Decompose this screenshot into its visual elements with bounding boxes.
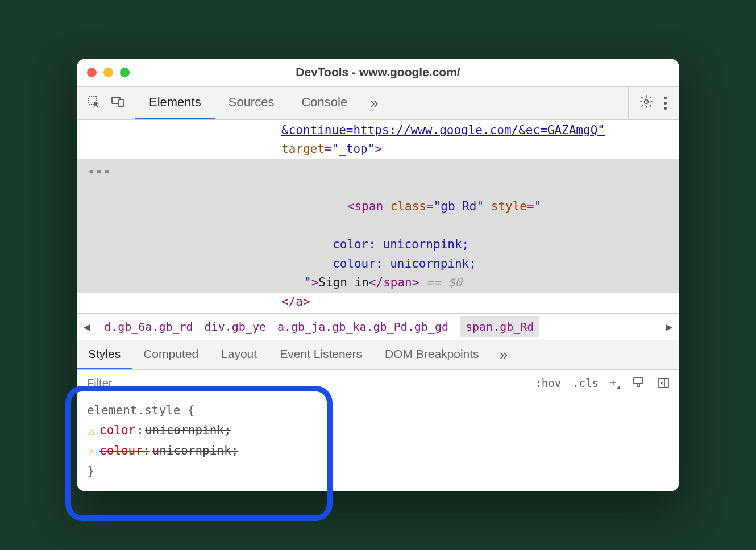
dom-tree[interactable]: &continue=https://www.google.com/&ec=GAZ… [77, 120, 679, 313]
subtab-event-listeners[interactable]: Event Listeners [268, 340, 373, 369]
css-property[interactable]: colour: [99, 441, 150, 461]
tab-elements[interactable]: Elements [135, 87, 215, 119]
subtab-dom-breakpoints[interactable]: DOM Breakpoints [373, 340, 491, 369]
rule-selector[interactable]: element.style { [87, 401, 679, 421]
styles-toolbar: :hov .cls +◢ [77, 370, 679, 397]
warning-icon: ⚠ [88, 421, 95, 440]
collapse-dots-icon[interactable]: ••• [88, 164, 112, 181]
svg-rect-2 [119, 99, 123, 107]
more-tabs-button[interactable]: » [361, 87, 387, 119]
subtab-more[interactable]: » [491, 340, 517, 369]
close-window-button[interactable] [87, 68, 97, 77]
breadcrumb-item[interactable]: a.gb_ja.gb_ka.gb_Pd.gb_gd [277, 320, 448, 334]
hov-toggle[interactable]: :hov [529, 377, 567, 389]
titlebar: DevTools - www.google.com/ [77, 59, 679, 87]
toolbar-right [628, 87, 679, 119]
svg-rect-4 [634, 378, 643, 384]
breadcrumb-item[interactable]: d.gb_6a.gb_rd [104, 320, 193, 334]
rule-close-brace: } [87, 461, 679, 482]
kebab-menu-icon[interactable] [662, 94, 669, 112]
dom-breadcrumb: ◀ d.gb_6a.gb_rd div.gb_ye a.gb_ja.gb_ka.… [77, 313, 679, 340]
dom-style-rule-1[interactable]: color: unicornpink; [77, 235, 679, 255]
css-value[interactable]: unicornpink; [152, 441, 239, 461]
settings-icon[interactable] [639, 94, 654, 111]
computed-sidebar-toggle-icon[interactable] [651, 376, 676, 390]
window-title: DevTools - www.google.com/ [77, 65, 679, 79]
subtab-computed[interactable]: Computed [132, 340, 210, 369]
new-rule-button[interactable]: +◢ [604, 376, 626, 390]
dom-anchor-close[interactable]: </a> [77, 293, 679, 312]
devtools-window: DevTools - www.google.com/ Elements Sour… [77, 59, 679, 492]
dom-style-rule-2[interactable]: colour: unicornpink; [77, 255, 679, 274]
minimize-window-button[interactable] [103, 68, 113, 77]
svg-point-3 [645, 100, 649, 104]
window-controls [87, 68, 130, 77]
main-tabs: Elements Sources Console » [135, 87, 628, 119]
styles-sub-tabs: Styles Computed Layout Event Listeners D… [77, 340, 679, 370]
dom-anchor-target[interactable]: target="_top"> [77, 140, 679, 159]
warning-icon: ⚠ [88, 441, 95, 461]
breadcrumb-item[interactable]: div.gb_ye [205, 320, 266, 334]
styles-rules-pane[interactable]: element.style { ⚠ color: unicornpink; ⚠ … [77, 397, 679, 492]
dom-selected-span-open[interactable]: ••• <span class="gb_Rd" style=" [77, 159, 679, 235]
breadcrumb-scroll-right[interactable]: ▶ [663, 320, 675, 334]
inspect-tools [77, 87, 135, 119]
tab-sources[interactable]: Sources [215, 87, 288, 119]
dom-url-fragment[interactable]: &continue=https://www.google.com/&ec=GAZ… [77, 121, 679, 140]
tab-console[interactable]: Console [288, 87, 361, 119]
device-toolbar-icon[interactable] [111, 95, 124, 111]
maximize-window-button[interactable] [120, 68, 130, 77]
dom-selected-span-close[interactable]: ">Sign in</span> == $0 [77, 273, 679, 293]
main-toolbar: Elements Sources Console » [77, 87, 679, 120]
styles-brush-icon[interactable] [626, 376, 651, 390]
css-declaration-invalid-property[interactable]: ⚠ colour: unicornpink; [87, 441, 679, 461]
svg-rect-5 [658, 378, 668, 388]
css-declaration-invalid-value[interactable]: ⚠ color: unicornpink; [87, 420, 679, 441]
cls-toggle[interactable]: .cls [567, 377, 604, 389]
css-property[interactable]: color [99, 420, 135, 441]
styles-filter-input[interactable] [87, 377, 529, 390]
subtab-styles[interactable]: Styles [77, 340, 132, 369]
breadcrumb-scroll-left[interactable]: ◀ [81, 320, 93, 334]
css-value[interactable]: unicornpink; [145, 420, 231, 441]
inspect-element-icon[interactable] [87, 95, 101, 111]
subtab-layout[interactable]: Layout [210, 340, 268, 369]
breadcrumb-item-active[interactable]: span.gb_Rd [460, 316, 539, 337]
